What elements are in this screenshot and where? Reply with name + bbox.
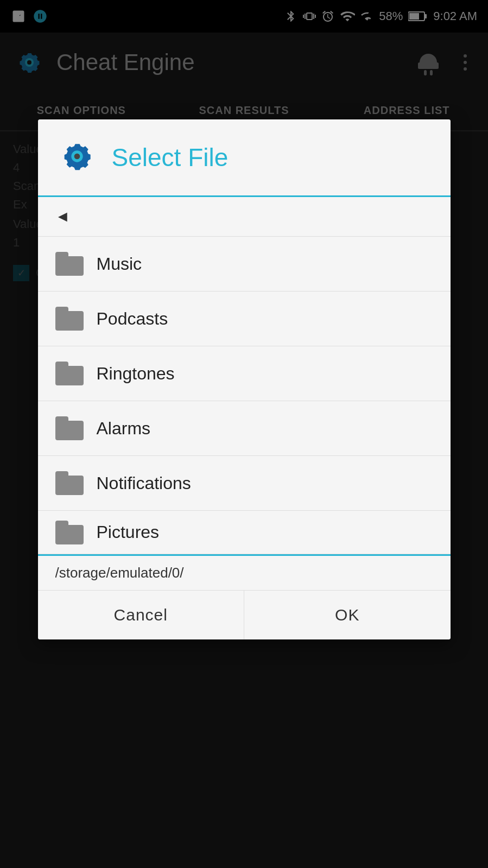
list-item[interactable]: Podcasts xyxy=(38,292,451,346)
dialog-header: Select File xyxy=(38,119,451,197)
folder-icon xyxy=(55,252,84,276)
file-item-name: Alarms xyxy=(97,419,151,439)
dialog-gear-icon xyxy=(55,135,99,180)
folder-icon xyxy=(55,471,84,495)
back-row[interactable]: ◄ xyxy=(38,197,451,237)
list-item[interactable]: Ringtones xyxy=(38,346,451,401)
file-item-name: Ringtones xyxy=(97,364,175,384)
list-item[interactable]: Notifications xyxy=(38,456,451,511)
list-item[interactable]: Alarms xyxy=(38,401,451,456)
file-item-name: Music xyxy=(97,254,142,274)
list-item[interactable]: Music xyxy=(38,237,451,292)
folder-icon xyxy=(55,521,84,544)
folder-icon xyxy=(55,307,84,331)
file-item-name: Notifications xyxy=(97,473,191,493)
dialog-buttons: Cancel OK xyxy=(38,590,451,639)
folder-icon xyxy=(55,362,84,385)
list-item[interactable]: Pictures xyxy=(38,511,451,554)
file-item-name: Podcasts xyxy=(97,309,168,329)
dialog-overlay: Select File ◄ Music Podcasts Ringtones A… xyxy=(0,0,488,868)
cancel-button[interactable]: Cancel xyxy=(38,591,244,639)
svg-point-15 xyxy=(74,154,80,160)
back-button[interactable]: ◄ xyxy=(55,208,71,225)
file-list: Music Podcasts Ringtones Alarms Notifica… xyxy=(38,237,451,554)
path-input[interactable] xyxy=(55,565,433,581)
folder-icon xyxy=(55,416,84,440)
ok-button[interactable]: OK xyxy=(244,591,451,639)
select-file-dialog: Select File ◄ Music Podcasts Ringtones A… xyxy=(38,119,451,639)
file-item-name: Pictures xyxy=(97,522,160,542)
dialog-title: Select File xyxy=(112,143,229,172)
path-row xyxy=(38,554,451,590)
